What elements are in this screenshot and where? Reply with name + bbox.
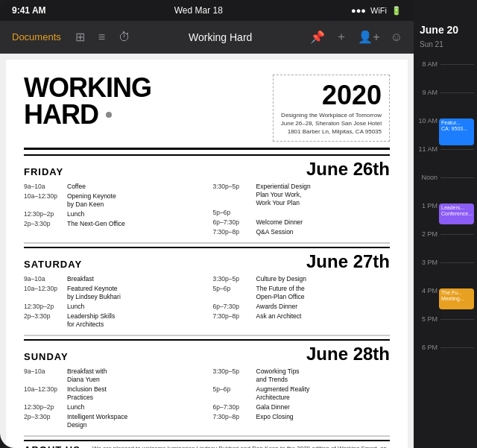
schedule-row: 3:30p–5pCoworking Tips and Trends (213, 367, 391, 384)
schedule-col-2: 3:30p–5pExperiential Design Plan Your Wo… (213, 183, 391, 236)
cal-time-line (440, 92, 474, 93)
title-line1: WORKING (24, 75, 273, 101)
event-name: Lunch (67, 303, 84, 311)
cal-time-line (440, 234, 474, 235)
clock-icon[interactable]: ⏱ (115, 28, 134, 47)
cal-event-2: Leaders... Conference... (439, 204, 474, 224)
schedule-row: 2p–3:30pThe Next-Gen Office (24, 220, 201, 228)
toolbar-right: 📌 ＋ 👤+ ☺ (306, 26, 406, 48)
day-header: FRIDAYJune 26th (24, 154, 390, 180)
event-name: Lunch (67, 403, 84, 411)
schedule-row: 7:30p–8pQ&A Session (213, 228, 391, 236)
document-area[interactable]: WORKING HARD 2020 Designing the Workplac… (0, 54, 414, 448)
calendar-title: June 20 (414, 0, 477, 39)
day-date: June 27th (306, 251, 390, 272)
schedule-row: 2p–3:30pLeadership Skills for Architects (24, 312, 201, 329)
cal-time-line (440, 149, 474, 150)
time-slot: 5p–6p (213, 285, 252, 301)
time-slot: 7:30p–8p (213, 413, 252, 421)
time-slot: 7:30p–8p (213, 312, 252, 321)
day-name: SATURDAY (24, 259, 82, 270)
cal-time-label: 2 PM (417, 230, 437, 238)
toolbar: Documents ⊞ ≡ ⏱ Working Hard 📌 ＋ 👤+ ☺ (0, 21, 414, 54)
schedule-row: 2p–3:30pIntelligent Workspace Design (24, 413, 201, 429)
pin-icon[interactable]: 📌 (306, 27, 329, 47)
battery-icon: 🔋 (391, 6, 402, 16)
cal-time-line (440, 347, 474, 348)
time-slot: 3:30p–5p (213, 275, 252, 283)
cal-time-line (440, 64, 474, 65)
cal-time-label: 6 PM (417, 344, 437, 351)
schedule-row: 12:30p–2pLunch (24, 210, 201, 218)
schedule-col-1: 9a–10aBreakfast with Diana Yuen10a–12:30… (24, 367, 201, 429)
time-slot: 12:30p–2p (24, 403, 63, 411)
cal-time-label: 4 PM (417, 287, 437, 294)
status-icons: ●●● WiFi 🔋 (351, 6, 402, 16)
event-name: Intelligent Workspace Design (67, 413, 127, 429)
document-page: WORKING HARD 2020 Designing the Workplac… (6, 60, 408, 448)
title-dot (106, 112, 112, 118)
schedule-row: 9a–10aBreakfast with Diana Yuen (24, 367, 201, 384)
about-title: ABOUT US (24, 444, 83, 448)
event-name: The Next-Gen Office (67, 220, 125, 228)
event-name: Breakfast (67, 275, 94, 283)
time-slot: 3:30p–5p (213, 183, 252, 207)
schedule-col-2: 3:30p–5pCulture by Design5p–6pThe Future… (213, 275, 391, 329)
event-name: Coffee (67, 183, 86, 191)
schedule-row: 10a–12:30pOpening Keynote by Dan Keen (24, 192, 201, 209)
document-header: WORKING HARD 2020 Designing the Workplac… (24, 75, 390, 150)
cal-time-label: 9 AM (417, 89, 437, 96)
calendar-times: 8 AM9 AM10 AM11 AMNoon1 PM2 PM3 PM4 PM5 … (414, 50, 477, 448)
time-slot: 12:30p–2p (24, 210, 63, 218)
event-name: Awards Dinner (256, 303, 298, 311)
event-name: Augmented Reality Architecture (256, 385, 310, 402)
schedule-row: 5p–6p (213, 209, 391, 217)
schedule-row: 6p–7:30pWelcome Dinner (213, 218, 391, 227)
schedule-row: 10a–12:30pInclusion Best Practices (24, 385, 201, 402)
event-name: Leadership Skills for Architects (67, 312, 115, 329)
status-date: Wed Mar 18 (174, 5, 223, 16)
schedule-row: 12:30p–2pLunch (24, 303, 201, 311)
back-button[interactable]: Documents (7, 28, 66, 45)
day-name: SUNDAY (24, 351, 69, 362)
schedule-row: 12:30p–2pLunch (24, 403, 201, 411)
event-name: Featured Keynote by Lindsey Bukhari (67, 285, 121, 301)
days-container: FRIDAYJune 26th9a–10aCoffee10a–12:30pOpe… (24, 154, 390, 438)
time-slot: 9a–10a (24, 183, 63, 191)
cal-time-line (440, 262, 474, 263)
cal-time-row: 3 PM (414, 248, 477, 277)
schedule-row: 3:30p–5pCulture by Design (213, 275, 391, 283)
time-slot: 10a–12:30p (24, 285, 63, 301)
event-name: Opening Keynote by Dan Keen (67, 192, 116, 209)
calendar-day-header: Sun 21 (414, 39, 477, 50)
cal-time-row: Noon (414, 163, 477, 192)
event-name: Welcome Dinner (256, 218, 303, 227)
schedule-row: 3:30p–5pExperiential Design Plan Your Wo… (213, 183, 391, 207)
schedule-row: 7:30p–8pAsk an Architect (213, 312, 391, 321)
more-icon[interactable]: ☺ (387, 28, 406, 47)
list-view-icon[interactable]: ≡ (95, 28, 109, 47)
add-icon[interactable]: ＋ (332, 26, 351, 48)
cal-time-label: Noon (417, 174, 437, 181)
title-line2-text: HARD (24, 101, 98, 128)
schedule-row: 6p–7:30pAwards Dinner (213, 303, 391, 311)
time-slot: 10a–12:30p (24, 385, 63, 402)
schedule-grid: 9a–10aBreakfast with Diana Yuen10a–12:30… (24, 367, 390, 429)
schedule-row: 6p–7:30pGala Dinner (213, 403, 391, 411)
share-icon[interactable]: 👤+ (354, 27, 383, 47)
day-date: June 28th (306, 344, 390, 365)
cal-time-row: 6 PM (414, 333, 477, 362)
event-name: Inclusion Best Practices (67, 385, 107, 402)
day-date: June 26th (306, 159, 390, 180)
cal-time-label: 3 PM (417, 259, 437, 266)
cal-time-line (440, 177, 474, 178)
cal-time-label: 1 PM (417, 202, 437, 209)
time-slot: 5p–6p (213, 385, 252, 402)
grid-view-icon[interactable]: ⊞ (72, 27, 89, 47)
time-slot: 9a–10a (24, 275, 63, 283)
schedule-col-1: 9a–10aBreakfast10a–12:30pFeatured Keynot… (24, 275, 201, 329)
cal-time-label: 10 AM (417, 117, 437, 124)
event-name: Expo Closing (256, 413, 294, 421)
schedule-row: 5p–6pAugmented Reality Architecture (213, 385, 391, 402)
day-section: SUNDAYJune 28th9a–10aBreakfast with Dian… (24, 339, 390, 437)
